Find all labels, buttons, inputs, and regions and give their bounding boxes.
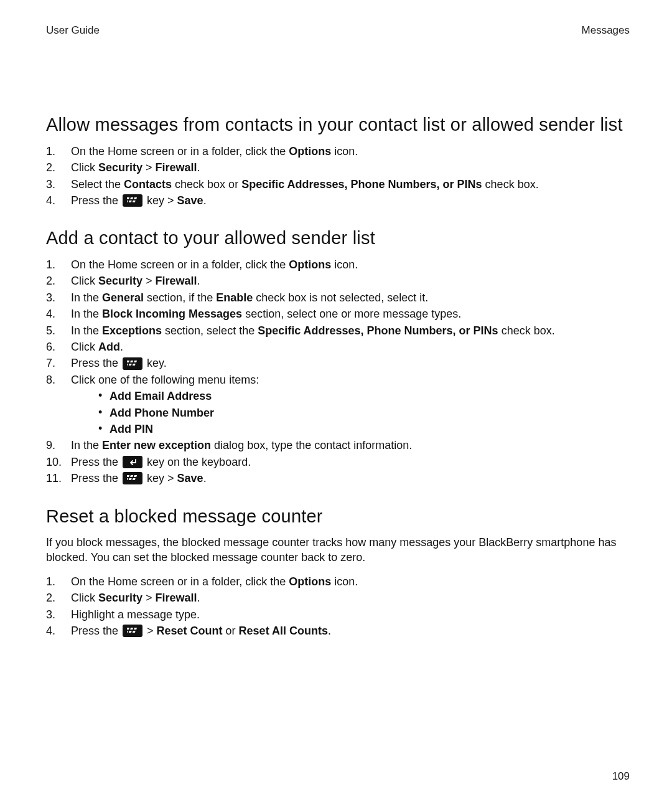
section-add-contact: Add a contact to your allowed sender lis… (46, 227, 630, 486)
step-item: In the General section, if the Enable ch… (62, 291, 630, 305)
step-item: On the Home screen or in a folder, click… (62, 258, 630, 272)
step-item: Highlight a message type. (62, 608, 630, 622)
step-item: Press the key > Save. (62, 471, 630, 486)
svg-rect-21 (127, 631, 128, 633)
svg-rect-23 (133, 631, 136, 633)
blackberry-menu-key-icon (123, 625, 142, 637)
svg-rect-19 (127, 628, 129, 630)
svg-rect-14 (130, 475, 133, 477)
step-item: On the Home screen or in a folder, click… (62, 575, 630, 589)
step-item: Click Security > Firewall. (62, 161, 630, 175)
section-allow-messages: Allow messages from contacts in your con… (46, 113, 630, 208)
header-left: User Guide (46, 24, 100, 37)
step-item: Click one of the following menu items: A… (62, 373, 630, 437)
page-header: User Guide Messages (46, 24, 630, 37)
section-title: Allow messages from contacts in your con… (46, 113, 630, 137)
step-item: In the Exceptions section, select the Sp… (62, 324, 630, 338)
svg-rect-16 (129, 478, 132, 480)
step-item: Click Security > Firewall. (62, 274, 630, 288)
enter-key-icon (123, 456, 142, 468)
svg-rect-1 (130, 197, 133, 199)
sub-list: Add Email Address Add Phone Number Add P… (98, 389, 630, 437)
svg-rect-7 (127, 361, 129, 362)
svg-rect-2 (127, 201, 128, 202)
step-list: On the Home screen or in a folder, click… (62, 144, 630, 209)
sub-item: Add PIN (98, 422, 630, 437)
svg-rect-5 (134, 197, 137, 199)
sub-item: Add Phone Number (98, 406, 630, 420)
sub-item: Add Email Address (98, 389, 630, 404)
blackberry-menu-key-icon (123, 194, 142, 207)
svg-rect-17 (133, 478, 136, 480)
step-item: Press the key on the keyboard. (62, 455, 630, 470)
step-item: Press the > Reset Count or Reset All Cou… (62, 624, 630, 638)
step-list: On the Home screen or in a folder, click… (62, 575, 630, 639)
section-title: Reset a blocked message counter (46, 505, 630, 529)
svg-rect-24 (134, 628, 137, 630)
section-reset-counter: Reset a blocked message counter If you b… (46, 505, 630, 639)
svg-rect-20 (130, 628, 133, 630)
step-item: In the Block Incoming Messages section, … (62, 307, 630, 321)
svg-rect-15 (127, 478, 128, 480)
section-intro: If you block messages, the blocked messa… (46, 536, 630, 565)
svg-rect-11 (133, 364, 136, 366)
blackberry-menu-key-icon (123, 472, 142, 484)
svg-rect-12 (134, 361, 137, 362)
page-number: 109 (612, 770, 630, 783)
page-content: User Guide Messages Allow messages from … (0, 0, 672, 689)
step-item: Select the Contacts check box or Specifi… (62, 177, 630, 192)
svg-rect-0 (127, 197, 129, 199)
svg-rect-3 (129, 201, 132, 202)
svg-rect-18 (134, 475, 137, 477)
header-right: Messages (582, 24, 630, 37)
step-item: On the Home screen or in a folder, click… (62, 144, 630, 159)
step-item: Press the key. (62, 356, 630, 370)
blackberry-menu-key-icon (123, 357, 142, 370)
svg-rect-22 (129, 631, 132, 633)
step-list: On the Home screen or in a folder, click… (62, 258, 630, 486)
svg-rect-8 (130, 361, 133, 362)
step-item: Click Security > Firewall. (62, 591, 630, 605)
svg-rect-13 (127, 475, 129, 477)
section-title: Add a contact to your allowed sender lis… (46, 227, 630, 250)
step-item: Press the key > Save. (62, 194, 630, 208)
svg-rect-4 (133, 201, 136, 202)
svg-rect-10 (129, 364, 132, 366)
step-item: Click Add. (62, 340, 630, 354)
step-item: In the Enter new exception dialog box, t… (62, 438, 630, 453)
svg-rect-9 (127, 364, 128, 366)
